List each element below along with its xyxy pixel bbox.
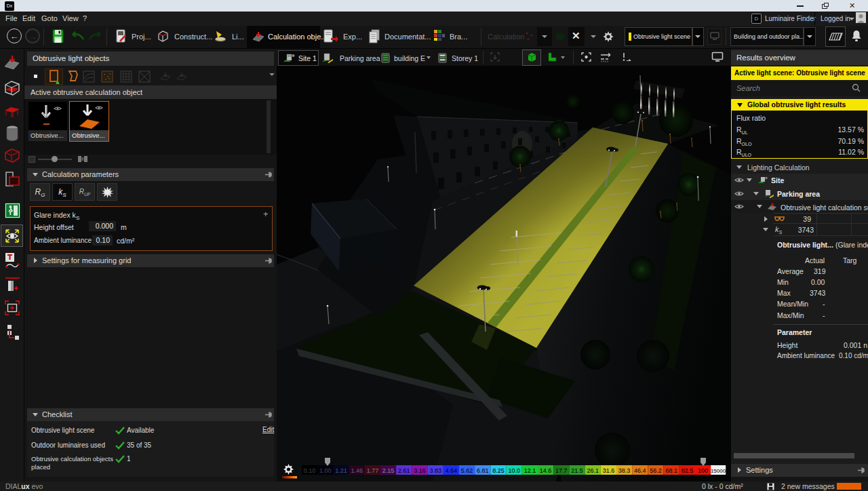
svg-text:3.83: 3.83 (429, 467, 441, 474)
svg-text:5.62: 5.62 (461, 467, 473, 474)
svg-text:3.16: 3.16 (414, 467, 426, 474)
svg-text:1.00: 1.00 (319, 467, 332, 474)
svg-text:38.3: 38.3 (618, 467, 631, 474)
svg-text:8.25: 8.25 (492, 467, 505, 474)
svg-text:1.21: 1.21 (335, 467, 347, 474)
svg-text:21.5: 21.5 (571, 467, 583, 474)
svg-text:14.6: 14.6 (540, 467, 552, 474)
svg-text:1.46: 1.46 (351, 467, 363, 474)
svg-text:17.7: 17.7 (555, 467, 568, 474)
svg-text:6.81: 6.81 (477, 467, 489, 474)
svg-text:1.77: 1.77 (367, 467, 379, 474)
svg-text:26.1: 26.1 (587, 467, 599, 474)
svg-text:12.1: 12.1 (524, 467, 536, 474)
svg-text:10.0: 10.0 (508, 467, 520, 474)
svg-text:46.4: 46.4 (634, 467, 646, 474)
svg-text:2.61: 2.61 (398, 467, 410, 474)
svg-text:100: 100 (698, 467, 708, 474)
svg-text:0.10: 0.10 (304, 467, 316, 474)
svg-text:82.5: 82.5 (682, 467, 694, 474)
svg-text:2.15: 2.15 (382, 467, 395, 474)
svg-text:15000: 15000 (711, 468, 726, 474)
svg-text:31.6: 31.6 (603, 467, 615, 474)
svg-text:4.64: 4.64 (446, 467, 458, 474)
svg-text:68.1: 68.1 (665, 467, 677, 474)
svg-text:56.2: 56.2 (650, 467, 662, 474)
